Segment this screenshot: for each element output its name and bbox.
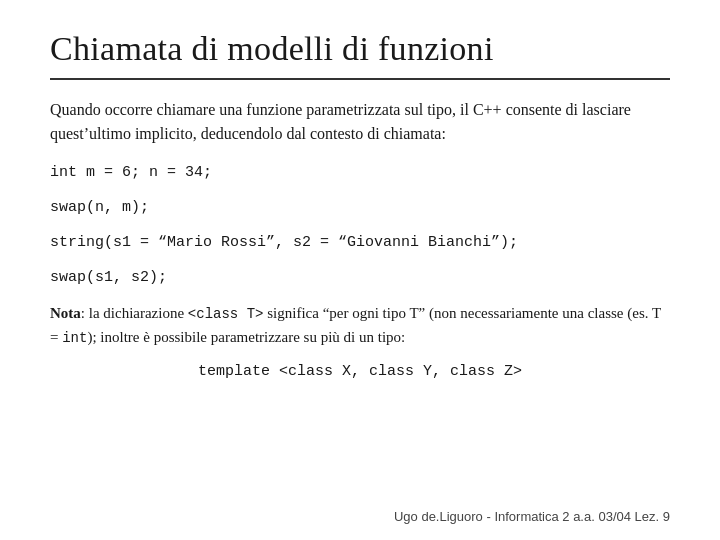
intro-paragraph: Quando occorre chiamare una funzione par… (50, 98, 670, 146)
footer-text: Ugo de.Liguoro - Informatica 2 a.a. 03/0… (394, 509, 670, 524)
code-text-4: swap(s1, s2); (50, 269, 167, 286)
note-code2: int (62, 330, 87, 346)
slide: Chiamata di modelli di funzioni Quando o… (0, 0, 720, 540)
note-text-end: ); inoltre è possibile parametrizzare su… (87, 329, 405, 345)
code-text-2: swap(n, m); (50, 199, 149, 216)
note-paragraph: Nota: la dichiarazione <class T> signifi… (50, 302, 670, 349)
code-text-1: int m = 6; n = 34; (50, 164, 212, 181)
code-line-1: int m = 6; n = 34; (50, 162, 670, 183)
code-line-4: swap(s1, s2); (50, 267, 670, 288)
code-text-3: string(s1 = “Mario Rossi”, s2 = “Giovann… (50, 234, 518, 251)
slide-title: Chiamata di modelli di funzioni (50, 30, 670, 68)
code-line-2: swap(n, m); (50, 197, 670, 218)
note-text-before: : la dichiarazione (81, 305, 188, 321)
note-label: Nota (50, 305, 81, 321)
template-line: template <class X, class Y, class Z> (50, 363, 670, 380)
title-divider (50, 78, 670, 80)
code-line-3: string(s1 = “Mario Rossi”, s2 = “Giovann… (50, 232, 670, 253)
note-code1: <class T> (188, 306, 264, 322)
